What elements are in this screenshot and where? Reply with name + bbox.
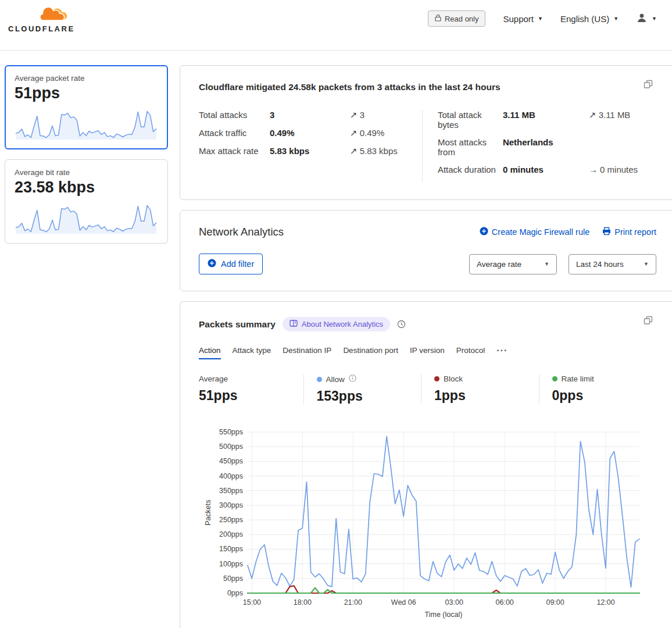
stat-row-attack-duration: Attack duration 0 minutes → 0 minutes <box>438 165 656 174</box>
stat-row-max-attack-rate: Max attack rate 5.83 kbps ↗ 5.83 kbps <box>199 146 407 156</box>
packets-summary-card: Packets summary About Network Analytics … <box>180 301 672 628</box>
history-icon[interactable] <box>397 320 406 329</box>
svg-text:09:00: 09:00 <box>546 598 564 606</box>
tab-ip-version[interactable]: IP version <box>410 346 445 359</box>
metric-label: Average bit rate <box>15 168 158 177</box>
plus-circle-icon <box>208 259 216 269</box>
read-only-label: Read only <box>445 15 479 23</box>
stat-row-total-attack-bytes: Total attack bytes 3.11 MB ↗ 3.11 MB <box>438 110 656 130</box>
svg-text:350pps: 350pps <box>219 487 243 495</box>
copy-icon[interactable] <box>644 80 653 91</box>
printer-icon <box>602 227 611 237</box>
svg-text:Time (local): Time (local) <box>425 611 463 619</box>
chevron-down-icon: ▼ <box>613 16 619 22</box>
tab-attack-type[interactable]: Attack type <box>233 346 271 359</box>
svg-text:21:00: 21:00 <box>344 598 362 606</box>
tab-action[interactable]: Action <box>199 346 221 359</box>
tab-destination-ip[interactable]: Destination IP <box>283 346 331 359</box>
svg-text:15:00: 15:00 <box>243 598 261 606</box>
plus-circle-icon <box>480 227 488 237</box>
book-icon <box>289 320 298 329</box>
attack-summary-card: Cloudflare mitigated 24.58k packets from… <box>180 65 672 200</box>
metric-card-average-bit-rate[interactable]: Average bit rate 23.58 kbps <box>5 159 168 244</box>
sparkline-chart <box>15 107 158 141</box>
metric-card-average-packet-rate[interactable]: Average packet rate 51pps <box>5 65 168 149</box>
summary-stats-right: Total attack bytes 3.11 MB ↗ 3.11 MB Mos… <box>422 110 656 182</box>
account-menu[interactable]: ▼ <box>636 12 657 26</box>
packets-summary-title: Packets summary <box>199 319 276 330</box>
svg-text:06:00: 06:00 <box>496 598 514 606</box>
rate-limit-series-dot <box>552 376 557 381</box>
page-title: Network Analytics <box>199 226 284 238</box>
create-magic-firewall-rule-link[interactable]: Create Magic Firewall rule <box>480 227 589 237</box>
svg-text:400pps: 400pps <box>219 472 243 480</box>
svg-text:Packets: Packets <box>204 499 212 525</box>
svg-text:100pps: 100pps <box>219 560 243 568</box>
cloudflare-wordmark: CLOUDFLARE <box>8 24 75 33</box>
svg-text:150pps: 150pps <box>219 545 243 553</box>
lock-icon <box>435 14 441 23</box>
tab-destination-port[interactable]: Destination port <box>343 346 398 359</box>
svg-text:50pps: 50pps <box>223 575 243 583</box>
svg-text:250pps: 250pps <box>219 516 243 524</box>
chevron-down-icon: ▼ <box>544 261 549 267</box>
metric-value: 51pps <box>15 84 158 102</box>
metric-select[interactable]: Average rate▼ <box>469 254 557 274</box>
legend-cell-average: Average 51pps <box>199 374 303 404</box>
chevron-down-icon: ▼ <box>644 261 649 267</box>
summary-stats-left: Total attacks 3 ↗ 3 Attack traffic 0.49%… <box>199 110 422 182</box>
main-content: Cloudflare mitigated 24.58k packets from… <box>180 65 672 628</box>
stat-row-most-attacks-from: Most attacks from Netherlands <box>438 137 656 157</box>
read-only-badge: Read only <box>428 10 486 27</box>
svg-text:200pps: 200pps <box>219 530 243 538</box>
svg-text:18:00: 18:00 <box>294 598 312 606</box>
svg-text:500pps: 500pps <box>219 443 243 451</box>
series-legend-stats: Average 51pps Allow 153pps <box>199 374 656 404</box>
more-tabs-icon[interactable]: ··· <box>496 345 507 359</box>
cloudflare-cloud-icon <box>8 5 71 26</box>
info-icon[interactable] <box>349 374 356 384</box>
svg-text:12:00: 12:00 <box>596 598 614 606</box>
metric-value: 23.58 kbps <box>15 179 158 197</box>
attack-summary-title: Cloudflare mitigated 24.58k packets from… <box>199 82 656 92</box>
svg-text:0pps: 0pps <box>227 589 243 597</box>
chevron-down-icon: ▼ <box>538 16 543 22</box>
legend-cell-rate-limit: Rate limit 0pps <box>539 374 657 404</box>
chevron-down-icon: ▼ <box>652 16 657 22</box>
legend-cell-block: Block 1pps <box>421 374 539 404</box>
svg-text:03:00: 03:00 <box>445 598 463 606</box>
top-header: CLOUDFLARE Read only Support▼ English (U… <box>0 0 672 51</box>
language-menu[interactable]: English (US)▼ <box>560 14 619 24</box>
network-analytics-card: Network Analytics Create Magic Firewall … <box>180 210 672 291</box>
allow-series-dot <box>317 377 322 382</box>
metric-label: Average packet rate <box>15 74 158 83</box>
add-filter-button[interactable]: Add filter <box>199 254 263 274</box>
svg-text:450pps: 450pps <box>219 457 243 465</box>
dimension-tabs: Action Attack type Destination IP Destin… <box>199 345 656 359</box>
metrics-sidebar: Average packet rate 51pps Average bit ra… <box>5 65 168 628</box>
time-range-select[interactable]: Last 24 hours▼ <box>569 254 656 274</box>
svg-text:550pps: 550pps <box>219 428 243 436</box>
block-series-dot <box>434 376 439 381</box>
cloudflare-logo[interactable]: CLOUDFLARE <box>8 5 75 33</box>
support-menu[interactable]: Support▼ <box>503 14 542 24</box>
user-icon <box>636 12 648 26</box>
print-report-link[interactable]: Print report <box>602 227 656 237</box>
svg-text:Wed 06: Wed 06 <box>391 598 416 606</box>
stat-row-attack-traffic: Attack traffic 0.49% ↗ 0.49% <box>199 128 407 138</box>
packets-time-series-chart: 15:0018:0021:00Wed 0603:0006:0009:0012:0… <box>199 424 656 619</box>
sparkline-chart <box>15 201 158 235</box>
stat-row-total-attacks: Total attacks 3 ↗ 3 <box>199 110 407 120</box>
about-network-analytics-badge[interactable]: About Network Analytics <box>283 317 390 331</box>
legend-cell-allow: Allow 153pps <box>303 374 421 404</box>
svg-text:300pps: 300pps <box>219 501 243 509</box>
copy-icon[interactable] <box>644 316 653 327</box>
tab-protocol[interactable]: Protocol <box>456 346 485 359</box>
